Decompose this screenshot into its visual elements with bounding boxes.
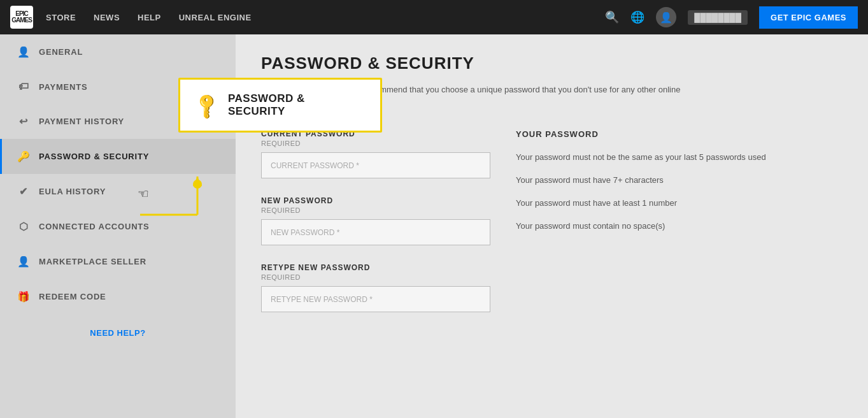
nav-links: STORE NEWS HELP UNREAL ENGINE	[46, 13, 605, 22]
new-password-input[interactable]	[261, 219, 490, 245]
sidebar-item-marketplace-seller[interactable]: 👤 MARKETPLACE SELLER	[0, 244, 236, 279]
retype-password-input[interactable]	[261, 286, 490, 312]
sidebar-label-password-security: PASSWORD & SECURITY	[39, 152, 149, 161]
sidebar-label-connected-accounts: CONNECTED ACCOUNTS	[39, 222, 150, 231]
form-columns: CURRENT PASSWORD REQUIRED NEW PASSWORD R…	[261, 129, 843, 330]
general-icon: 👤	[17, 46, 30, 58]
sidebar-item-redeem-code[interactable]: 🎁 REDEEM CODE	[0, 279, 236, 314]
sidebar-label-marketplace-seller: MARKETPLACE SELLER	[39, 257, 146, 266]
search-icon[interactable]: 🔍	[605, 10, 619, 24]
new-password-label: NEW PASSWORD	[261, 196, 490, 205]
nav-help[interactable]: HELP	[138, 13, 161, 22]
need-help-link[interactable]: NEED HELP?	[90, 328, 145, 338]
sidebar-label-payments: PAYMENTS	[39, 82, 87, 92]
nav-store[interactable]: STORE	[46, 13, 76, 22]
sidebar-label-payment-history: PAYMENT HISTORY	[39, 117, 124, 126]
connected-accounts-icon: ⬡	[17, 220, 30, 233]
sidebar-item-general[interactable]: 👤 GENERAL	[0, 34, 236, 69]
retype-password-label: RETYPE NEW PASSWORD	[261, 263, 490, 272]
marketplace-seller-icon: 👤	[17, 256, 30, 268]
eula-icon: ✔	[17, 185, 30, 198]
current-password-required: REQUIRED	[261, 140, 490, 147]
password-rule-2: Your password must have at least 1 numbe…	[516, 198, 843, 209]
password-security-icon: 🔑	[17, 150, 30, 162]
nav-unreal-engine[interactable]: UNREAL ENGINE	[179, 13, 252, 22]
top-navigation: EPICGAMES STORE NEWS HELP UNREAL ENGINE …	[0, 0, 868, 34]
nav-news[interactable]: NEWS	[94, 13, 120, 22]
retype-password-group: RETYPE NEW PASSWORD REQUIRED	[261, 263, 490, 312]
sidebar-label-redeem-code: REDEEM CODE	[39, 292, 106, 301]
password-rule-0: Your password must not be the same as yo…	[516, 152, 843, 163]
sidebar-item-eula-history[interactable]: ✔ EULA HISTORY	[0, 174, 236, 209]
get-epic-games-button[interactable]: GET EPIC GAMES	[759, 6, 858, 29]
current-password-group: CURRENT PASSWORD REQUIRED	[261, 129, 490, 178]
tooltip-popup: 🔑 PASSWORD & SECURITY	[178, 78, 382, 133]
sidebar-label-eula-history: EULA HISTORY	[39, 187, 106, 196]
form-right-column: YOUR PASSWORD Your password must not be …	[516, 129, 843, 330]
username-display[interactable]: ████████	[688, 10, 748, 25]
need-help-section: NEED HELP?	[0, 314, 236, 351]
password-rule-1: Your password must have 7+ characters	[516, 175, 843, 186]
new-password-required: REQUIRED	[261, 206, 490, 214]
redeem-code-icon: 🎁	[17, 291, 30, 303]
payments-icon: 🏷	[17, 81, 30, 92]
dot-indicator	[193, 180, 202, 189]
page-title: PASSWORD & SECURITY	[261, 54, 843, 73]
form-left-column: CURRENT PASSWORD REQUIRED NEW PASSWORD R…	[261, 129, 490, 330]
password-rule-3: Your password must contain no space(s)	[516, 220, 843, 232]
sidebar-item-connected-accounts[interactable]: ⬡ CONNECTED ACCOUNTS	[0, 209, 236, 244]
avatar-icon: 👤	[660, 11, 672, 24]
user-avatar[interactable]: 👤	[656, 7, 676, 27]
tooltip-title: PASSWORD & SECURITY	[228, 92, 365, 118]
main-layout: 👤 GENERAL 🏷 PAYMENTS ↩ PAYMENT HISTORY 🔑…	[0, 34, 868, 418]
logo-text: EPICGAMES	[11, 11, 32, 24]
globe-icon[interactable]: 🌐	[630, 10, 644, 24]
current-password-input[interactable]	[261, 152, 490, 178]
payment-history-icon: ↩	[17, 115, 30, 127]
epic-games-logo[interactable]: EPICGAMES	[10, 6, 33, 29]
new-password-group: NEW PASSWORD REQUIRED	[261, 196, 490, 245]
key-icon: 🔑	[191, 90, 222, 120]
sidebar-label-general: GENERAL	[39, 47, 83, 57]
password-rules-title: YOUR PASSWORD	[516, 129, 843, 139]
sidebar-item-password-security[interactable]: 🔑 PASSWORD & SECURITY	[0, 139, 236, 174]
nav-right-section: 🔍 🌐 👤 ████████ GET EPIC GAMES	[605, 6, 858, 29]
retype-password-required: REQUIRED	[261, 273, 490, 281]
